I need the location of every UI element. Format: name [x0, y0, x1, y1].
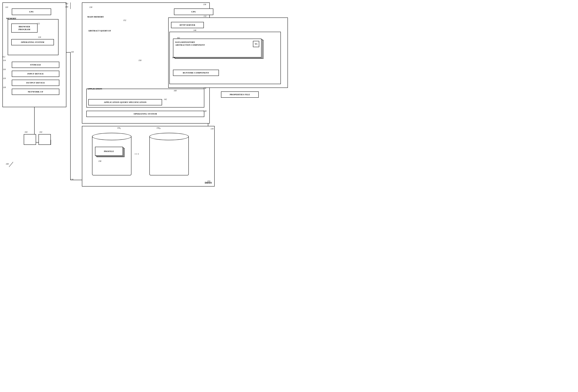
properties-file-label: PROPERTIES FILE — [230, 93, 250, 96]
ref-136: 136 — [203, 3, 206, 6]
ref-130: 130 — [89, 6, 92, 8]
os-left-box: OPERATING SYSTEM — [11, 39, 54, 45]
small-computer-2-box — [39, 134, 51, 145]
os-right-box: OPERATING SYSTEM — [86, 111, 204, 117]
data-repo-main-box: DATA REPOSITORYABSTRACTION COMPONENT TS — [173, 39, 261, 57]
profile-label: PROFILE — [104, 150, 114, 153]
storage-box: STORAGE — [12, 62, 59, 68]
ref-126-bottom: 126 — [70, 178, 73, 181]
ref-122: 122 — [37, 22, 40, 25]
http-server-label: HTTP SERVER — [180, 24, 195, 26]
cpu-left-label: CPU — [29, 10, 34, 13]
ref-154: 154 — [207, 180, 210, 182]
cpu-left-box: CPU — [12, 8, 51, 15]
cylinder-1-top — [92, 133, 131, 140]
ref-112: 112 — [2, 56, 5, 58]
browser-program-label: BROWSERPROGRAM — [18, 25, 30, 31]
ref-162: 162 — [177, 37, 180, 39]
cpu-right-box: CPU — [174, 8, 213, 15]
network-if-box: NETWORK I/F — [12, 89, 59, 95]
ref-119: 119 — [3, 77, 6, 80]
runtime-component-box: RUNTIME COMPONENT — [173, 70, 219, 76]
storage-label: STORAGE — [30, 64, 41, 66]
ref-142: 142 — [164, 98, 167, 101]
network-if-label: NETWORK I/F — [28, 90, 44, 93]
ref-110: 110 — [5, 6, 8, 8]
cylinder-2-top — [149, 133, 189, 140]
data-repo-label: DATA REPOSITORYABSTRACTION COMPONENT — [175, 41, 205, 46]
memory-left-box: BROWSERPROGRAM OPERATING SYSTEM — [8, 19, 58, 55]
svg-line-20 — [9, 162, 13, 167]
ref-152: 152 — [123, 19, 126, 22]
ts-box: TS — [253, 41, 259, 47]
db-cylinder-1: PROFILE — [92, 131, 131, 179]
os-right-label: OPERATING SYSTEM — [134, 113, 157, 115]
ref-158: 158 — [98, 160, 101, 162]
os-left-label: OPERATING SYSTEM — [21, 41, 44, 43]
ref-102-small1: 102 — [25, 131, 28, 133]
properties-file-box: PROPERTIES FILE — [221, 91, 259, 98]
abstract-query-box: DATA REPOSITORYABSTRACTION COMPONENT TS … — [169, 32, 281, 84]
http-server-box: HTTP SERVER — [171, 22, 204, 28]
data-repository-area: DATA REPOSITORYABSTRACTION COMPONENT TS — [173, 39, 261, 60]
input-device-box: INPUT DEVICE — [12, 71, 59, 77]
ref-100: 100 — [6, 163, 9, 165]
ref-160: 160 — [174, 89, 177, 92]
db-cylinder-2 — [149, 131, 189, 179]
ref-126-left: 126 — [71, 51, 74, 53]
input-device-label: INPUT DEVICE — [27, 73, 44, 75]
ref-132: 132 — [203, 15, 206, 17]
output-device-box: OUTPUT DEVICE — [12, 80, 59, 86]
dbms-outer-box: PROFILE ... DBMS — [82, 126, 215, 187]
application-box: PROPERTIES FILE APPLICATION QUERY SPECIF… — [86, 89, 204, 108]
memory-label-text: MEMORY — [6, 17, 16, 20]
main-memory-box: HTTP SERVER DATA REPOSITORYABSTRACTION C… — [168, 17, 288, 88]
ref-146: 146 — [193, 29, 196, 32]
ref-148: 148 — [172, 56, 175, 59]
output-device-label: OUTPUT DEVICE — [26, 81, 45, 84]
ellipsis: ... — [135, 151, 140, 155]
diagram: CPU BROWSERPROGRAM OPERATING SYSTEM STOR… — [0, 0, 289, 196]
browser-program-box: BROWSERPROGRAM — [11, 24, 38, 33]
small-computer-1-box — [24, 134, 36, 145]
ref-1561: 1561 — [117, 127, 121, 129]
ref-116: 116 — [3, 68, 6, 71]
runtime-component-label: RUNTIME COMPONENT — [183, 72, 209, 74]
ref-150: 150 — [139, 59, 141, 62]
cpu-right-label: CPU — [191, 10, 196, 13]
ts-label: TS — [255, 43, 258, 45]
profile-box: PROFILE — [95, 147, 123, 156]
app-query-spec-label: APPLICATION QUERY SPECIFICATION — [104, 101, 146, 104]
application-label-text: APPLICATION — [87, 87, 102, 90]
ref-140: 140 — [203, 87, 206, 89]
abstract-query-label-text: ABSTRACT QUERY I/F — [88, 30, 111, 32]
ref-114: 114 — [3, 59, 6, 62]
ref-138: 138 — [203, 110, 206, 112]
ref-156n: 156N — [156, 127, 161, 129]
cylinder-2-body — [149, 136, 189, 175]
ref-118: 118 — [3, 86, 6, 89]
ref-102-top: 102 — [65, 2, 68, 5]
ref-102-small2: 102 — [39, 131, 42, 133]
app-query-spec-box: APPLICATION QUERY SPECIFICATION — [88, 99, 162, 105]
main-memory-label-text: MAIN MEMORY — [87, 16, 104, 18]
ref-124: 124 — [38, 36, 41, 39]
ref-104: 104 — [65, 6, 68, 8]
right-computer-box: CPU HTTP SERVER DATA REPOSITORYABSTRACTI… — [82, 2, 210, 123]
ref-134: 134 — [210, 128, 213, 130]
